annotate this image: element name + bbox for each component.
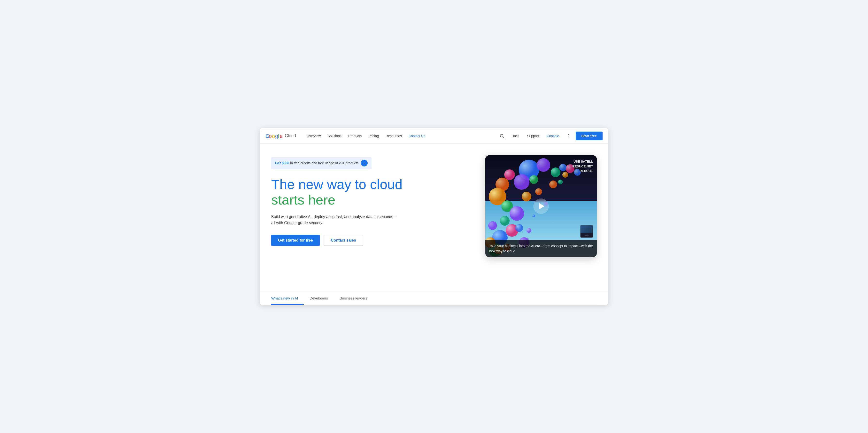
video-caption-text: Take your business into the AI era—from … xyxy=(489,244,593,253)
svg-text:l: l xyxy=(278,133,279,139)
promo-bold: Get $300 xyxy=(275,161,289,165)
svg-point-21 xyxy=(488,221,497,230)
tab-business[interactable]: Business leaders xyxy=(334,292,373,305)
svg-point-12 xyxy=(514,174,529,190)
play-icon xyxy=(538,203,545,210)
svg-text:e: e xyxy=(280,133,283,139)
svg-point-25 xyxy=(516,224,523,232)
navbar: G o o g l e Cloud Overview Solutions Pro… xyxy=(259,128,609,144)
more-dots-icon: ⋮ xyxy=(566,133,571,139)
promo-rest: in free credits and free usage of 20+ pr… xyxy=(289,161,359,165)
promo-badge-text: Get $300 in free credits and free usage … xyxy=(275,161,359,165)
video-background: USE SATELL REDUCE NET REDUCE satellite xyxy=(485,155,597,257)
nav-links: Overview Solutions Products Pricing Reso… xyxy=(304,132,497,140)
overlay-line1: USE SATELL xyxy=(572,159,593,164)
search-button[interactable] xyxy=(497,131,507,141)
google-logo-icon: G o o g l e xyxy=(266,133,283,139)
svg-point-11 xyxy=(559,164,566,171)
svg-point-10 xyxy=(551,167,560,177)
svg-text:g: g xyxy=(275,133,278,139)
svg-point-13 xyxy=(504,169,515,180)
tabs-list: What's new in AI Developers Business lea… xyxy=(271,292,597,305)
overlay-line3: REDUCE xyxy=(572,169,593,173)
svg-point-31 xyxy=(549,180,557,188)
overlay-line2: REDUCE NET xyxy=(572,164,593,169)
nav-console[interactable]: Console xyxy=(544,132,562,140)
nav-pricing[interactable]: Pricing xyxy=(366,132,382,140)
get-started-button[interactable]: Get started for free xyxy=(271,235,320,246)
hero-section: Get $300 in free credits and free usage … xyxy=(259,144,609,284)
svg-point-34 xyxy=(532,214,535,218)
hero-actions: Get started for free Contact sales xyxy=(271,235,476,246)
nav-products[interactable]: Products xyxy=(345,132,365,140)
contact-sales-button[interactable]: Contact sales xyxy=(323,235,363,246)
tabs-section: What's new in AI Developers Business lea… xyxy=(259,292,609,305)
hero-subtitle: Build with generative AI, deploy apps fa… xyxy=(271,214,397,226)
nav-overview[interactable]: Overview xyxy=(304,132,323,140)
promo-arrow-icon[interactable]: → xyxy=(361,160,368,167)
svg-line-7 xyxy=(503,137,504,138)
start-free-button[interactable]: Start free xyxy=(576,132,602,140)
tab-ai[interactable]: What's new in AI xyxy=(271,292,304,305)
logo[interactable]: G o o g l e Cloud xyxy=(266,133,296,139)
svg-point-22 xyxy=(529,175,538,184)
more-options-button[interactable]: ⋮ xyxy=(564,131,574,141)
svg-text:o: o xyxy=(272,133,275,139)
thumbnail-image xyxy=(581,225,593,233)
svg-point-28 xyxy=(562,172,568,178)
hero-title-line2: starts here xyxy=(271,192,476,208)
nav-docs[interactable]: Docs xyxy=(508,132,522,140)
svg-point-32 xyxy=(558,179,563,184)
svg-point-17 xyxy=(509,206,524,221)
nav-solutions[interactable]: Solutions xyxy=(324,132,344,140)
svg-point-6 xyxy=(500,134,503,137)
thumbnail-label-area: satellite xyxy=(581,233,593,237)
video-overlay-text: USE SATELL REDUCE NET REDUCE xyxy=(572,159,593,173)
tab-developers[interactable]: Developers xyxy=(304,292,334,305)
thumbnail-label: satellite xyxy=(585,234,589,236)
svg-point-23 xyxy=(535,188,542,195)
video-caption: Take your business into the AI era—from … xyxy=(485,240,597,257)
hero-title-line1: The new way to cloud xyxy=(271,177,476,192)
video-thumbnail: satellite xyxy=(580,225,593,238)
browser-window: G o o g l e Cloud Overview Solutions Pro… xyxy=(259,128,609,305)
hero-video[interactable]: USE SATELL REDUCE NET REDUCE satellite xyxy=(485,155,597,257)
logo-cloud-text: Cloud xyxy=(285,133,296,138)
hero-left: Get $300 in free credits and free usage … xyxy=(271,155,476,246)
search-icon xyxy=(499,134,504,138)
svg-point-35 xyxy=(527,228,531,233)
nav-right: Docs Support Console ⋮ Start free xyxy=(497,131,602,141)
nav-contact[interactable]: Contact Us xyxy=(406,132,428,140)
nav-support[interactable]: Support xyxy=(524,132,542,140)
promo-badge[interactable]: Get $300 in free credits and free usage … xyxy=(271,157,372,169)
svg-point-9 xyxy=(537,158,550,172)
svg-point-18 xyxy=(500,216,509,226)
nav-resources[interactable]: Resources xyxy=(383,132,405,140)
svg-point-24 xyxy=(522,192,531,201)
play-button[interactable] xyxy=(533,198,549,214)
svg-text:o: o xyxy=(269,133,272,139)
